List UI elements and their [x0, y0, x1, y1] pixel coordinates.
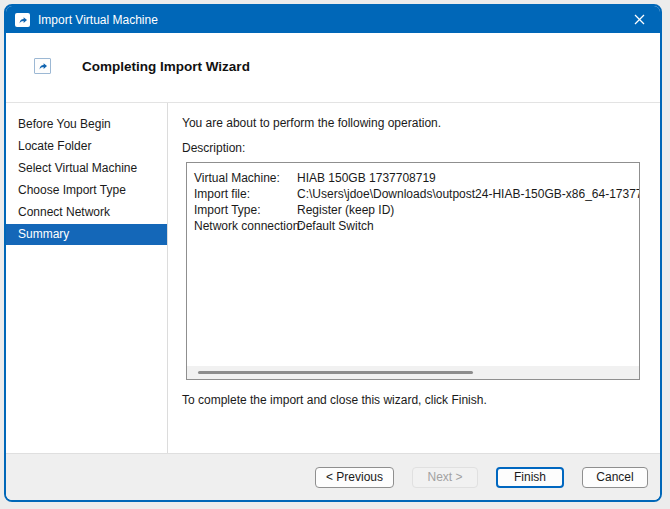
- sidebar-item-select-virtual-machine: Select Virtual Machine: [6, 158, 167, 179]
- import-arrow-icon: [18, 15, 28, 25]
- sidebar-item-before-you-begin: Before You Begin: [6, 114, 167, 135]
- cancel-button[interactable]: Cancel: [582, 467, 648, 488]
- previous-button[interactable]: < Previous: [315, 467, 394, 488]
- finish-button[interactable]: Finish: [496, 467, 564, 488]
- close-button[interactable]: [618, 6, 660, 33]
- wizard-header: Completing Import Wizard: [6, 33, 660, 103]
- summary-page-content: You are about to perform the following o…: [168, 103, 660, 453]
- summary-row-import-file: Import file: C:\Users\jdoe\Downloads\out…: [194, 186, 639, 202]
- button-bar: < Previous Next > Finish Cancel: [6, 453, 660, 500]
- import-arrow-icon: [38, 61, 48, 71]
- sidebar-item-locate-folder: Locate Folder: [6, 136, 167, 157]
- wizard-page-icon: [34, 58, 51, 74]
- sidebar-item-choose-import-type: Choose Import Type: [6, 180, 167, 201]
- row-value: C:\Users\jdoe\Downloads\outpost24-HIAB-1…: [297, 186, 640, 202]
- row-label: Virtual Machine:: [194, 170, 297, 186]
- description-label: Description:: [182, 141, 650, 155]
- description-rows: Virtual Machine: HIAB 150GB 1737708719 I…: [187, 163, 639, 234]
- finish-instruction-text: To complete the import and close this wi…: [182, 393, 650, 407]
- row-label: Import file:: [194, 186, 297, 202]
- row-value: HIAB 150GB 1737708719: [297, 170, 436, 186]
- operation-intro-text: You are about to perform the following o…: [182, 116, 650, 130]
- summary-row-network-connection: Network connection: Default Switch: [194, 218, 639, 234]
- title-bar: Import Virtual Machine: [6, 6, 660, 33]
- row-label: Import Type:: [194, 202, 297, 218]
- next-button[interactable]: Next >: [412, 467, 478, 488]
- close-icon: [634, 14, 645, 25]
- import-vm-app-icon: [15, 13, 30, 27]
- window-title: Import Virtual Machine: [38, 13, 618, 27]
- summary-row-virtual-machine: Virtual Machine: HIAB 150GB 1737708719: [194, 170, 639, 186]
- row-value: Default Switch: [297, 218, 374, 234]
- description-box[interactable]: Virtual Machine: HIAB 150GB 1737708719 I…: [186, 162, 640, 380]
- sidebar-item-summary: Summary: [6, 224, 167, 245]
- scrollbar-thumb[interactable]: [198, 371, 473, 374]
- wizard-body: Before You Begin Locate Folder Select Vi…: [6, 103, 660, 453]
- horizontal-scrollbar[interactable]: [187, 366, 639, 379]
- row-value: Register (keep ID): [297, 202, 394, 218]
- summary-row-import-type: Import Type: Register (keep ID): [194, 202, 639, 218]
- row-label: Network connection:: [194, 218, 297, 234]
- page-title: Completing Import Wizard: [82, 59, 250, 74]
- import-vm-wizard-window: Import Virtual Machine Completing Import…: [4, 4, 662, 502]
- wizard-steps-sidebar: Before You Begin Locate Folder Select Vi…: [6, 103, 167, 453]
- sidebar-item-connect-network: Connect Network: [6, 202, 167, 223]
